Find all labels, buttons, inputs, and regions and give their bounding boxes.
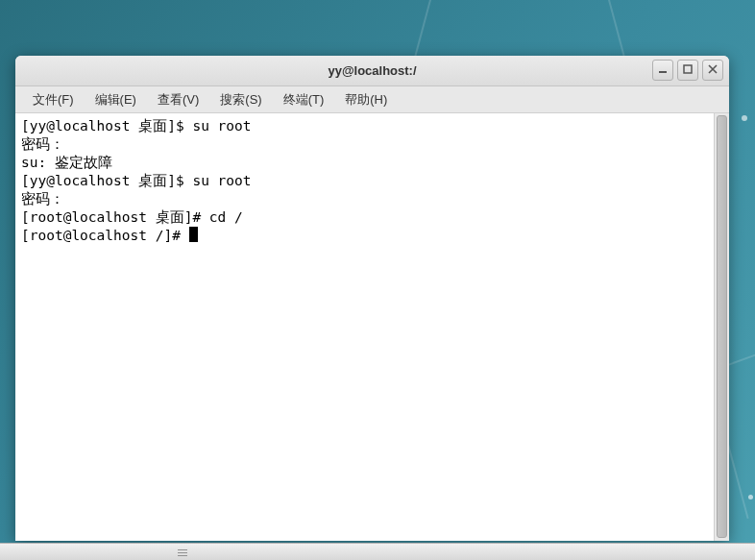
maximize-icon [683,63,693,77]
window-controls [652,60,723,81]
scrollbar[interactable] [714,113,729,541]
menu-search[interactable]: 搜索(S) [210,88,271,111]
titlebar[interactable]: yy@localhost:/ [15,56,729,86]
menu-edit[interactable]: 编辑(E) [85,88,146,111]
terminal-container: [yy@localhost 桌面]$ su root密码：su: 鉴定故障[yy… [15,113,729,541]
close-button[interactable] [702,60,723,81]
terminal-line: 密码： [21,190,708,208]
bottom-panel[interactable] [0,543,755,560]
svg-rect-1 [684,65,692,73]
terminal-line: [root@localhost /]# [21,227,708,245]
cursor [189,227,198,242]
terminal-output[interactable]: [yy@localhost 桌面]$ su root密码：su: 鉴定故障[yy… [15,113,714,541]
terminal-line: [yy@localhost 桌面]$ su root [21,172,708,190]
menu-view[interactable]: 查看(V) [148,88,208,111]
close-icon [708,63,718,77]
terminal-line: 密码： [21,135,708,154]
terminal-line: [root@localhost 桌面]# cd / [21,208,708,227]
minimize-button[interactable] [652,60,673,81]
menu-file[interactable]: 文件(F) [23,88,84,111]
svg-rect-0 [659,71,667,73]
background-decoration [748,495,753,499]
scrollbar-thumb[interactable] [717,115,727,538]
maximize-button[interactable] [677,60,698,81]
panel-grip-icon [178,547,187,558]
menu-terminal[interactable]: 终端(T) [274,88,334,111]
terminal-window: yy@localhost:/ 文件(F) 编辑(E) 查看(V) 搜索( [15,56,729,541]
menubar: 文件(F) 编辑(E) 查看(V) 搜索(S) 终端(T) 帮助(H) [15,86,729,113]
minimize-icon [658,63,668,77]
terminal-line: su: 鉴定故障 [21,154,708,172]
terminal-line: [yy@localhost 桌面]$ su root [21,117,708,135]
background-decoration [742,115,747,121]
window-title: yy@localhost:/ [328,63,416,78]
menu-help[interactable]: 帮助(H) [335,88,397,111]
